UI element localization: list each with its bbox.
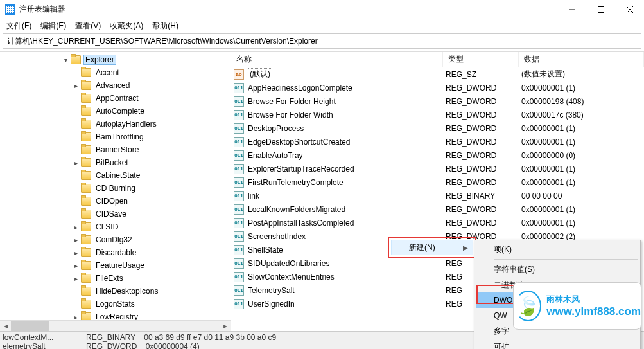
column-headers: 名称 类型 数据 xyxy=(231,52,644,67)
tree-item[interactable]: CIDSave xyxy=(0,208,231,220)
value-data: 0x00000000 (0) xyxy=(519,151,644,160)
tree-item[interactable]: ▸FileExts xyxy=(0,272,231,285)
menu-view[interactable]: 查看(V) xyxy=(71,20,105,32)
binary-value-icon: 011 xyxy=(234,285,244,296)
folder-icon xyxy=(81,107,91,116)
tree-toggle-icon[interactable]: ▸ xyxy=(72,82,80,89)
context-menu-new[interactable]: 新建(N) ▶ xyxy=(391,240,473,255)
value-type: REG_DWORD xyxy=(443,151,519,160)
address-bar[interactable]: 计算机\HKEY_CURRENT_USER\SOFTWARE\Microsoft… xyxy=(3,33,641,49)
value-row[interactable]: 011EnableAutoTrayREG_DWORD0x00000000 (0) xyxy=(231,148,644,162)
value-row[interactable]: 011Browse For Folder HeightREG_DWORD0x00… xyxy=(231,94,644,108)
value-name: EdgeDesktopShortcutCreated xyxy=(248,138,350,147)
submenu-item[interactable]: 字符串值(S) xyxy=(476,262,639,277)
tree-item[interactable]: LogonStats xyxy=(0,298,231,310)
tree-toggle-icon[interactable]: ▾ xyxy=(62,57,69,64)
tree-item[interactable]: ▸Advanced xyxy=(0,79,231,92)
tree-item-label: CIDOpen xyxy=(94,196,130,206)
tree-item-label: BannerStore xyxy=(94,145,141,155)
folder-icon xyxy=(81,94,91,103)
tree-item[interactable]: Accent xyxy=(0,66,231,79)
value-row[interactable]: 011FirstRunTelemetryCompleteREG_DWORD0x0… xyxy=(231,175,644,189)
watermark: 🍃 雨林木风 www.ylmf888.com xyxy=(513,282,641,330)
menu-file[interactable]: 文件(F) xyxy=(3,20,35,32)
tree-item[interactable]: CD Burning xyxy=(0,182,231,195)
tree-item[interactable]: BannerStore xyxy=(0,143,231,156)
binary-value-icon: 011 xyxy=(234,218,244,228)
tree-item[interactable]: ▸BitBucket xyxy=(0,156,231,169)
context-menu-new-label: 新建(N) xyxy=(391,242,458,253)
value-row[interactable]: 011DesktopProcessREG_DWORD0x00000001 (1) xyxy=(231,121,644,135)
tree-item[interactable]: AutoplayHandlers xyxy=(0,118,231,130)
value-row[interactable]: 011AppReadinessLogonCompleteREG_DWORD0x0… xyxy=(231,81,644,94)
submenu-item[interactable]: 项(K) xyxy=(476,242,639,257)
value-row[interactable]: 011EdgeDesktopShortcutCreatedREG_DWORD0x… xyxy=(231,135,644,148)
tree-toggle-icon[interactable]: ▸ xyxy=(72,249,80,256)
tree-item-label: CD Burning xyxy=(94,183,137,193)
value-data: 0x0000017c (380) xyxy=(519,111,644,120)
binary-value-icon: 011 xyxy=(234,150,244,161)
binary-value-icon: 011 xyxy=(234,164,244,174)
minimize-button[interactable] xyxy=(557,0,586,19)
binary-value-icon: 011 xyxy=(234,258,244,269)
value-row[interactable]: 011LocalKnownFoldersMigratedREG_DWORD0x0… xyxy=(231,202,644,216)
tree-item-label: FeatureUsage xyxy=(94,260,146,271)
tree-toggle-icon[interactable]: ▸ xyxy=(72,237,80,244)
tree-item-label: LogonStats xyxy=(94,299,137,309)
value-type: REG_BINARY xyxy=(443,192,519,201)
tree-toggle-icon[interactable]: ▸ xyxy=(72,275,80,282)
window-title: 注册表编辑器 xyxy=(19,4,557,15)
menu-bar: 文件(F) 编辑(E) 查看(V) 收藏夹(A) 帮助(H) xyxy=(0,19,644,32)
tree-item[interactable]: BamThrottling xyxy=(0,130,231,143)
folder-icon xyxy=(81,120,91,129)
value-type: REG_DWORD xyxy=(443,138,519,147)
tree-toggle-icon[interactable]: ▸ xyxy=(72,314,80,321)
menu-help[interactable]: 帮助(H) xyxy=(148,20,182,32)
column-name[interactable]: 名称 xyxy=(231,52,443,67)
submenu-item[interactable]: 可扩 xyxy=(476,339,639,349)
tree-item-label: BitBucket xyxy=(94,157,130,168)
horizontal-scrollbar[interactable]: ◂▸ xyxy=(0,320,231,331)
tree-item[interactable]: ▸CLSID xyxy=(0,220,231,233)
value-type: REG_DWORD xyxy=(443,178,519,187)
value-data: 0x00000001 (1) xyxy=(519,178,644,187)
value-row[interactable]: 011linkREG_BINARY00 00 00 00 xyxy=(231,189,644,202)
value-data: 00 00 00 00 xyxy=(519,192,644,201)
tree-item[interactable]: CIDOpen xyxy=(0,195,231,208)
binary-value-icon: 011 xyxy=(234,272,244,282)
tree-toggle-icon[interactable]: ▸ xyxy=(72,262,80,269)
tree-item-label: AutoplayHandlers xyxy=(94,119,159,129)
value-name: ExplorerStartupTraceRecorded xyxy=(248,165,354,174)
column-data[interactable]: 数据 xyxy=(519,52,644,67)
tree-item[interactable]: ▸Discardable xyxy=(0,246,231,259)
tree-item[interactable]: AutoComplete xyxy=(0,105,231,118)
folder-icon xyxy=(81,274,91,283)
folder-icon xyxy=(81,197,91,206)
tree-item[interactable]: HideDesktopIcons xyxy=(0,285,231,298)
value-data: 0x00000001 (1) xyxy=(519,219,644,228)
tree-toggle-icon[interactable]: ▸ xyxy=(72,159,80,166)
folder-icon xyxy=(81,68,91,77)
binary-value-icon: 011 xyxy=(234,123,244,134)
folder-icon xyxy=(81,287,91,296)
value-row[interactable]: 011ExplorerStartupTraceRecordedREG_DWORD… xyxy=(231,162,644,175)
tree-pane: ▾ExplorerAccent▸AdvancedAppContractAutoC… xyxy=(0,52,231,331)
close-button[interactable] xyxy=(615,0,644,19)
tree-item[interactable]: ▾Explorer xyxy=(0,53,231,66)
value-row[interactable]: 011Browse For Folder WidthREG_DWORD0x000… xyxy=(231,108,644,121)
tree-item[interactable]: ▸ComDlg32 xyxy=(0,233,231,246)
column-type[interactable]: 类型 xyxy=(443,52,519,67)
tree-item[interactable]: AppContract xyxy=(0,92,231,105)
binary-value-icon: 011 xyxy=(234,177,244,188)
value-row[interactable]: ab(默认)REG_SZ(数值未设置) xyxy=(231,67,644,81)
tree-item[interactable]: CabinetState xyxy=(0,169,231,182)
tree-item[interactable]: ▸FeatureUsage xyxy=(0,259,231,272)
maximize-button[interactable] xyxy=(586,0,615,19)
folder-icon xyxy=(81,171,91,180)
menu-separator xyxy=(494,259,638,260)
value-row[interactable]: 011PostAppInstallTasksCompletedREG_DWORD… xyxy=(231,216,644,229)
tree-toggle-icon[interactable]: ▸ xyxy=(72,224,80,231)
menu-edit[interactable]: 编辑(E) xyxy=(37,20,70,32)
menu-favorites[interactable]: 收藏夹(A) xyxy=(106,20,147,32)
tree-item-label: FileExts xyxy=(94,273,125,283)
